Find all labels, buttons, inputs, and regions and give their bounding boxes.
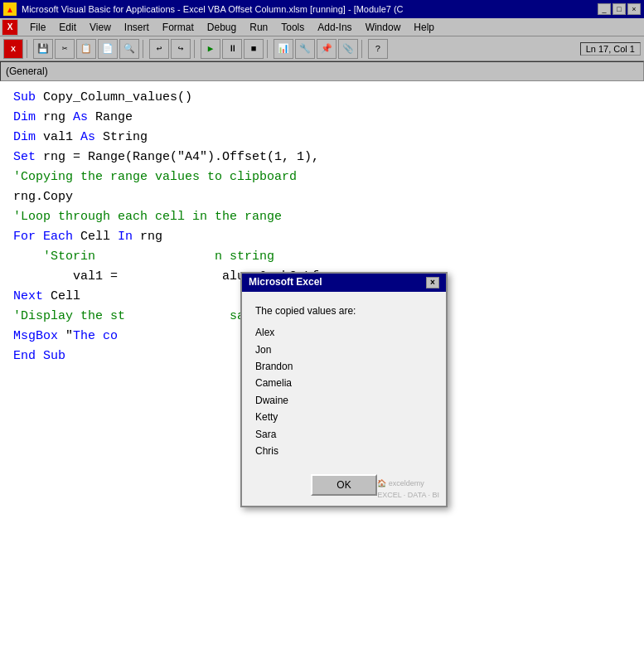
code-line-7: 'Loop through each cell in the range [13, 207, 631, 227]
menu-bar: X File Edit View Insert Format Debug Run… [0, 18, 644, 36]
menu-help[interactable]: Help [407, 18, 441, 36]
tb-cut-button[interactable]: ✂ [55, 39, 75, 59]
modal-name-3: Brandon [255, 358, 433, 375]
menu-run[interactable]: Run [243, 18, 274, 36]
tb-sep3 [194, 40, 197, 58]
code-line-5: 'Copying the range values to clipboard [13, 167, 631, 187]
code-line-2: Dim rng As Range [13, 108, 631, 128]
tb-stop-button[interactable]: ■ [244, 39, 264, 59]
tb-tools-button[interactable]: 🔧 [295, 39, 315, 59]
tb-help-button[interactable]: ? [368, 39, 388, 59]
tb-sep4 [267, 40, 270, 58]
code-line-1: Sub Copy_Column_values() [13, 88, 631, 108]
code-line-9: 'Storin n string [13, 247, 631, 267]
tb-copy-button[interactable]: 📋 [76, 39, 96, 59]
tb-sep2 [143, 40, 146, 58]
tb-sep1 [27, 40, 30, 58]
tb-run-button[interactable]: ▶ [201, 39, 220, 59]
modal-names-list: Alex Jon Brandon Camelia Dwaine Ketty Sa… [255, 324, 433, 459]
menu-view[interactable]: View [83, 18, 118, 36]
tb-ref-button[interactable]: 📌 [317, 39, 337, 59]
menu-window[interactable]: Window [359, 18, 408, 36]
toolbar: X 💾 ✂ 📋 📄 🔍 ↩ ↪ ▶ ⏸ ■ 📊 🔧 📌 📎 ? Ln 17, C… [0, 36, 644, 61]
tb-undo-button[interactable]: ↩ [149, 39, 169, 59]
menu-tools[interactable]: Tools [274, 18, 311, 36]
modal-name-1: Alex [255, 324, 433, 341]
modal-name-7: Sara [255, 426, 433, 443]
menu-file[interactable]: File [23, 18, 52, 36]
minimize-button[interactable]: _ [598, 3, 611, 15]
modal-titlebar: Microsoft Excel × [242, 274, 446, 292]
general-label: (General) [6, 65, 48, 77]
menu-debug[interactable]: Debug [201, 18, 243, 36]
maximize-button[interactable]: □ [613, 3, 626, 15]
tb-redo-button[interactable]: ↪ [171, 39, 191, 59]
menu-addins[interactable]: Add-Ins [311, 18, 358, 36]
tb-paste-button[interactable]: 📄 [98, 39, 118, 59]
tb-sep5 [361, 40, 365, 58]
modal-name-2: Jon [255, 342, 433, 358]
tb-save-button[interactable]: 💾 [33, 39, 53, 59]
tb-pause-button[interactable]: ⏸ [222, 39, 242, 59]
code-line-3: Dim val1 As String [13, 128, 631, 148]
code-line-4: Set rng = Range(Range("A4").Offset(1, 1)… [13, 148, 631, 167]
title-buttons: _ □ × [598, 3, 641, 15]
toolbar-status: Ln 17, Col 1 [580, 42, 641, 56]
exceldemy-watermark: 🏠 exceldemyEXCEL · DATA · BI [377, 478, 439, 502]
tb-ref2-button[interactable]: 📎 [338, 39, 358, 59]
modal-name-5: Dwaine [255, 392, 433, 409]
code-line-6: rng.Copy [13, 187, 631, 207]
modal-dialog: Microsoft Excel × The copied values are:… [240, 272, 448, 507]
modal-message: The copied values are: [255, 303, 433, 319]
modal-close-button[interactable]: × [426, 277, 439, 288]
tb-find-button[interactable]: 🔍 [119, 39, 139, 59]
app-menu-icon: X [2, 19, 18, 36]
title-text: Microsoft Visual Basic for Applications … [22, 4, 598, 14]
modal-body: The copied values are: Alex Jon Brandon … [242, 292, 446, 468]
ok-button[interactable]: OK [311, 474, 377, 496]
tb-chart-button[interactable]: 📊 [274, 39, 293, 59]
tb-excel-icon[interactable]: X [3, 39, 23, 59]
menu-edit[interactable]: Edit [52, 18, 83, 36]
code-editor[interactable]: Sub Copy_Column_values() Dim rng As Rang… [0, 81, 644, 669]
app-icon: ▲ [3, 2, 17, 16]
modal-name-4: Camelia [255, 375, 433, 391]
title-bar: ▲ Microsoft Visual Basic for Application… [0, 0, 644, 18]
modal-title: Microsoft Excel [249, 274, 322, 290]
general-bar: (General) [0, 61, 644, 81]
code-line-8: For Each Cell In rng [13, 227, 631, 247]
editor-container: (General) Sub Copy_Column_values() Dim r… [0, 61, 644, 669]
menu-insert[interactable]: Insert [118, 18, 156, 36]
modal-name-6: Ketty [255, 409, 433, 425]
close-button[interactable]: × [627, 3, 641, 15]
menu-format[interactable]: Format [156, 18, 201, 36]
modal-name-8: Chris [255, 443, 433, 459]
